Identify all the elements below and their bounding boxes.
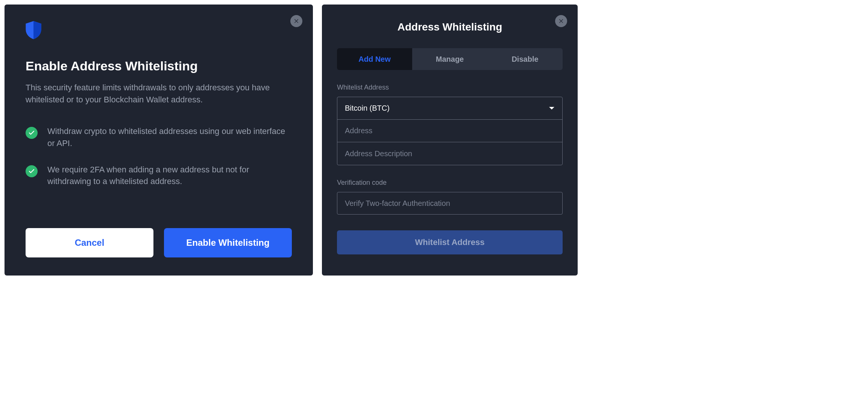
cancel-button[interactable]: Cancel [26,228,153,257]
tab-add-new[interactable]: Add New [337,48,412,70]
shield-icon [26,21,292,41]
dialog-title: Address Whitelisting [337,21,563,33]
verification-code-label: Verification code [337,179,563,187]
chevron-down-icon [549,105,555,112]
whitelist-address-button[interactable]: Whitelist Address [337,230,563,254]
currency-select[interactable]: Bitcoin (BTC) [337,97,562,120]
tab-disable[interactable]: Disable [487,48,563,70]
close-button[interactable] [555,15,567,27]
bullet-text: We require 2FA when adding a new address… [47,164,292,188]
check-icon [26,165,38,177]
close-icon [558,18,564,25]
dialog-title: Enable Address Whitelisting [26,59,292,73]
close-button[interactable] [290,15,302,27]
address-input[interactable] [337,120,562,142]
enable-whitelisting-dialog: Enable Address Whitelisting This securit… [5,5,313,276]
bullet-item: We require 2FA when adding a new address… [26,164,292,188]
bullet-item: Withdraw crypto to whitelisted addresses… [26,125,292,149]
check-icon [26,127,38,139]
currency-selected-value: Bitcoin (BTC) [345,104,390,113]
close-icon [293,18,299,25]
enable-whitelisting-button[interactable]: Enable Whitelisting [164,228,292,257]
bullet-text: Withdraw crypto to whitelisted addresses… [47,125,292,149]
whitelist-address-label: Whitelist Address [337,84,563,91]
tab-bar: Add New Manage Disable [337,48,563,70]
verification-code-input[interactable] [337,192,563,215]
address-description-input[interactable] [337,142,562,165]
dialog-description: This security feature limits withdrawals… [26,82,292,106]
tab-manage[interactable]: Manage [412,48,487,70]
dialog-actions: Cancel Enable Whitelisting [26,228,292,257]
bullet-list: Withdraw crypto to whitelisted addresses… [26,125,292,188]
address-whitelisting-dialog: Address Whitelisting Add New Manage Disa… [322,5,578,276]
whitelist-input-group: Bitcoin (BTC) [337,97,563,165]
